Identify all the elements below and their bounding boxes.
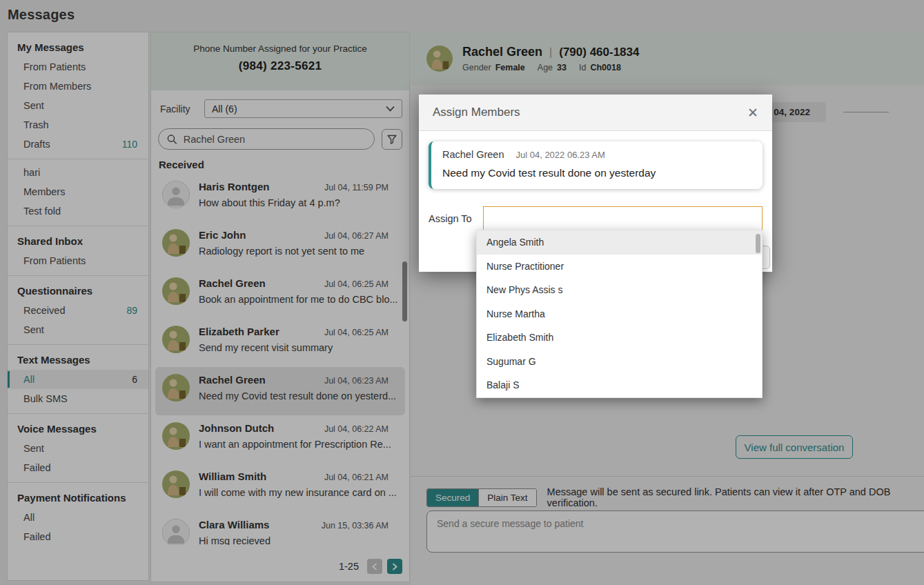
app-window: Messages My Messages From Patients From … xyxy=(0,0,924,585)
quoted-sender-name: Rachel Green xyxy=(442,149,504,160)
close-icon[interactable]: ✕ xyxy=(747,106,758,119)
dropdown-option[interactable]: Nurse Martha xyxy=(477,302,762,326)
dropdown-option[interactable]: Sugumar G xyxy=(477,350,762,374)
quoted-message-card: Rachel Green Jul 04, 2022 06.23 AM Need … xyxy=(429,141,763,189)
modal-overlay[interactable] xyxy=(0,0,924,585)
assign-to-input[interactable] xyxy=(483,206,763,232)
dropdown-option[interactable]: Balaji S xyxy=(477,373,762,397)
dropdown-option[interactable]: Elizabeth Smith xyxy=(477,326,762,350)
dropdown-option[interactable]: Nurse Practitioner xyxy=(477,255,762,279)
quoted-message-time: Jul 04, 2022 06.23 AM xyxy=(515,150,604,160)
dropdown-scrollbar-thumb[interactable] xyxy=(756,234,760,253)
assign-to-label: Assign To xyxy=(429,206,483,232)
modal-title: Assign Members xyxy=(433,106,520,119)
quoted-message-text: Need my Covid test result done on yester… xyxy=(442,167,751,179)
dropdown-option[interactable]: Angela Smith xyxy=(477,230,762,255)
dropdown-option[interactable]: New Phys Assis s xyxy=(477,278,762,302)
assign-members-dropdown: Angela Smith Nurse Practitioner New Phys… xyxy=(476,230,763,398)
